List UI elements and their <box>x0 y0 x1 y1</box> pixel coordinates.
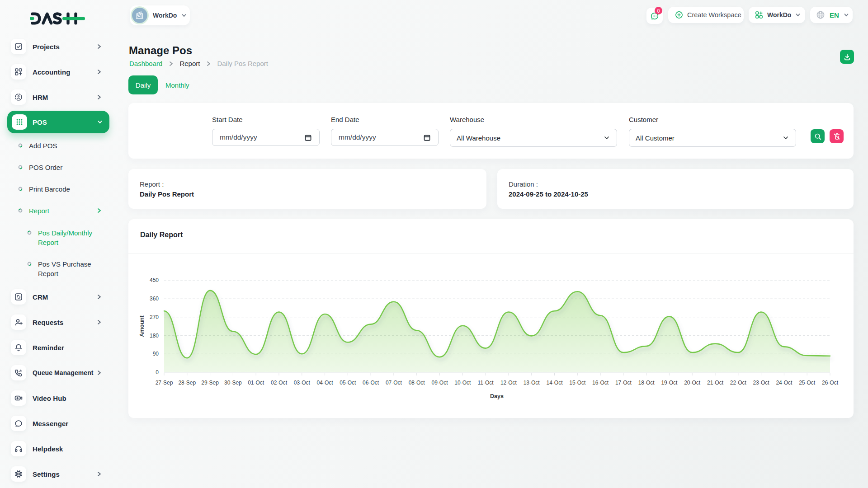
svg-text:270: 270 <box>150 314 159 320</box>
svg-text:07-Oct: 07-Oct <box>386 380 402 386</box>
svg-text:Days: Days <box>490 393 504 399</box>
svg-text:08-Oct: 08-Oct <box>409 380 425 386</box>
svg-text:04-Oct: 04-Oct <box>317 380 334 386</box>
svg-text:180: 180 <box>150 333 159 339</box>
svg-text:03-Oct: 03-Oct <box>294 380 311 386</box>
svg-text:25-Oct: 25-Oct <box>799 380 816 386</box>
svg-text:Amount: Amount <box>139 315 145 337</box>
svg-text:17-Oct: 17-Oct <box>615 380 632 386</box>
svg-text:13-Oct: 13-Oct <box>524 380 540 386</box>
svg-text:01-Oct: 01-Oct <box>248 380 264 386</box>
svg-text:21-Oct: 21-Oct <box>707 380 724 386</box>
svg-text:0: 0 <box>156 369 159 375</box>
svg-text:05-Oct: 05-Oct <box>340 380 356 386</box>
svg-text:24-Oct: 24-Oct <box>776 380 793 386</box>
svg-text:23-Oct: 23-Oct <box>753 380 770 386</box>
svg-text:360: 360 <box>150 296 159 302</box>
svg-text:22-Oct: 22-Oct <box>730 380 747 386</box>
svg-text:27-Sep: 27-Sep <box>156 380 173 386</box>
svg-text:28-Sep: 28-Sep <box>178 380 196 386</box>
svg-text:16-Oct: 16-Oct <box>592 380 609 386</box>
svg-text:12-Oct: 12-Oct <box>500 380 517 386</box>
svg-text:10-Oct: 10-Oct <box>454 380 471 386</box>
svg-text:29-Sep: 29-Sep <box>201 380 219 386</box>
svg-text:14-Oct: 14-Oct <box>546 380 563 386</box>
svg-text:15-Oct: 15-Oct <box>569 380 586 386</box>
svg-text:26-Oct: 26-Oct <box>822 380 839 386</box>
svg-text:06-Oct: 06-Oct <box>363 380 379 386</box>
svg-text:18-Oct: 18-Oct <box>638 380 655 386</box>
svg-text:30-Sep: 30-Sep <box>224 380 242 386</box>
svg-text:20-Oct: 20-Oct <box>684 380 701 386</box>
svg-text:02-Oct: 02-Oct <box>271 380 288 386</box>
svg-text:09-Oct: 09-Oct <box>431 380 448 386</box>
svg-text:19-Oct: 19-Oct <box>661 380 678 386</box>
svg-text:450: 450 <box>150 277 159 283</box>
svg-text:11-Oct: 11-Oct <box>478 380 494 386</box>
svg-text:90: 90 <box>153 351 159 357</box>
